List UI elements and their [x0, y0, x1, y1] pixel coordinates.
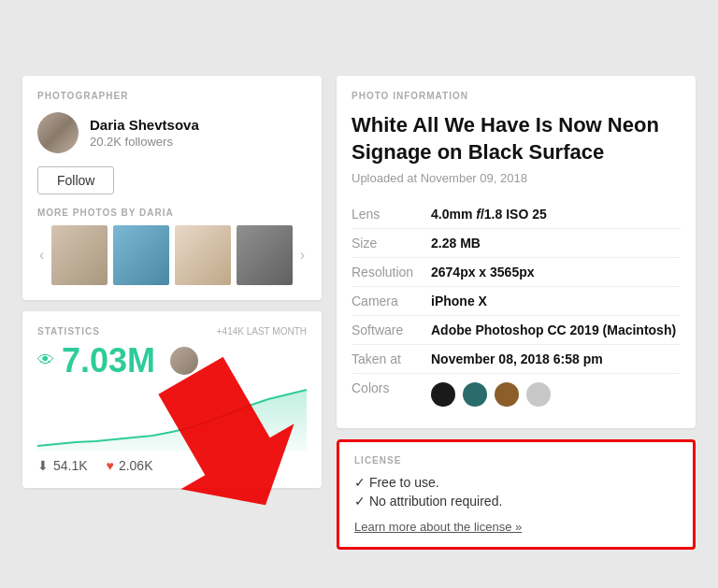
photographer-row: Daria Shevtsova 20.2K followers [37, 112, 307, 153]
stats-month-label: +414K LAST MONTH [217, 326, 307, 337]
color-swatches [431, 382, 681, 407]
right-column: PHOTO INFORMATION White All We Have Is N… [337, 76, 696, 550]
photographer-card: PHOTOGRAPHER Daria Shevtsova 20.2K follo… [22, 76, 322, 300]
photo-thumb-3[interactable] [175, 225, 231, 285]
table-row: Lens 4.0mm f/1.8 ISO 25 [352, 200, 681, 229]
likes-count: 2.06K [119, 458, 153, 473]
photo-thumb-1[interactable] [51, 225, 108, 285]
avatar [37, 112, 79, 153]
photographer-info: Daria Shevtsova 20.2K followers [90, 117, 199, 149]
stats-avatar [170, 347, 198, 375]
stats-card: STATISTICS +414K LAST MONTH 👁 7.03M [22, 311, 322, 488]
license-link[interactable]: Learn more about the license » [354, 520, 678, 534]
photo-thumb-2[interactable] [113, 225, 169, 285]
license-item-1: Free to use. [354, 475, 678, 490]
photos-grid: ‹ › [37, 225, 307, 285]
colors-row: Colors [352, 374, 681, 414]
license-item-2: No attribution required. [354, 494, 678, 509]
downloads-stat: ⬇ 54.1K [37, 458, 88, 473]
color-swatch-black [431, 382, 455, 407]
chart-area [37, 385, 307, 451]
photo-info-card: PHOTO INFORMATION White All We Have Is N… [337, 76, 696, 428]
photographer-followers: 20.2K followers [90, 135, 199, 149]
more-photos-label: MORE PHOTOS BY DARIA [37, 208, 307, 218]
downloads-count: 54.1K [53, 458, 88, 473]
table-row: Camera iPhone X [352, 287, 681, 316]
avatar-image [37, 112, 79, 153]
next-arrow[interactable]: › [298, 247, 307, 264]
stats-views-row: 👁 7.03M [37, 344, 307, 378]
table-row: Software Adobe Photoshop CC 2019 (Macint… [352, 316, 681, 345]
page-container: PHOTOGRAPHER Daria Shevtsova 20.2K follo… [19, 19, 699, 588]
stats-header: STATISTICS +414K LAST MONTH [37, 326, 307, 337]
photographer-name: Daria Shevtsova [90, 117, 199, 133]
views-count: 7.03M [62, 344, 155, 378]
stats-chart [37, 385, 307, 451]
table-row: Taken at November 08, 2018 6:58 pm [352, 345, 681, 374]
left-column: PHOTOGRAPHER Daria Shevtsova 20.2K follo… [22, 76, 322, 550]
color-swatch-teal [463, 382, 487, 407]
license-card: LICENSE Free to use. No attribution requ… [337, 439, 696, 550]
prev-arrow[interactable]: ‹ [37, 247, 46, 264]
color-swatch-gray [526, 382, 551, 407]
stats-bottom: ⬇ 54.1K ♥ 2.06K [37, 458, 307, 473]
info-table: Lens 4.0mm f/1.8 ISO 25 Size 2.28 MB Res… [352, 200, 681, 413]
follow-button[interactable]: Follow [37, 166, 114, 194]
upload-date: Uploaded at November 09, 2018 [352, 171, 681, 185]
photographer-section-label: PHOTOGRAPHER [37, 91, 307, 101]
license-section-label: LICENSE [354, 455, 678, 466]
photo-thumb-4[interactable] [237, 225, 293, 285]
table-row: Size 2.28 MB [352, 229, 681, 258]
eye-icon: 👁 [37, 351, 54, 370]
color-swatch-brown [495, 382, 519, 407]
likes-stat: ♥ 2.06K [107, 458, 153, 473]
table-row: Resolution 2674px x 3565px [352, 258, 681, 287]
main-layout: PHOTOGRAPHER Daria Shevtsova 20.2K follo… [22, 76, 696, 550]
heart-icon: ♥ [107, 458, 114, 473]
download-icon: ⬇ [37, 458, 49, 473]
photo-title: White All We Have Is Now Neon Signage on… [352, 112, 681, 165]
stats-label: STATISTICS [37, 326, 100, 337]
photo-info-section-label: PHOTO INFORMATION [352, 91, 681, 101]
